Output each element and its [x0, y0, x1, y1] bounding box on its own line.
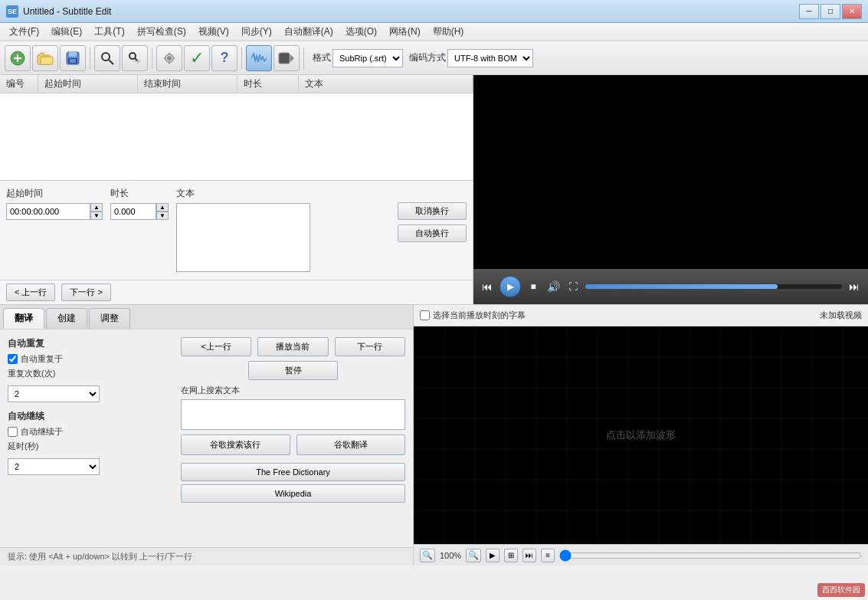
text-label: 文本 — [176, 187, 390, 200]
find-button[interactable] — [94, 45, 120, 71]
waveform-header: 选择当前播放时刻的字幕 未加载视频 — [414, 305, 868, 326]
watermark: 西西软件园 — [817, 583, 865, 597]
maximize-button[interactable]: □ — [821, 4, 840, 19]
fullscreen-button[interactable]: ⛶ — [565, 279, 581, 294]
stop-button[interactable]: ■ — [526, 279, 541, 294]
main-area: 编号 起始时间 结束时间 时长 文本 起始时间 ▲ ▼ 时长 — [0, 75, 868, 305]
forward-button[interactable]: ⏭ — [847, 279, 862, 294]
delay-select[interactable]: 2135 — [8, 458, 100, 475]
duration-up[interactable]: ▲ — [156, 203, 169, 211]
duration-field: 时长 ▲ ▼ — [110, 187, 169, 220]
delay-select-row: 2135 — [8, 458, 169, 475]
app-icon: SE — [6, 5, 18, 18]
subtitle-table[interactable] — [0, 93, 473, 180]
help-button[interactable]: ? — [211, 45, 237, 71]
repeat-count-select[interactable]: 2135 — [8, 385, 100, 402]
play-button[interactable]: ▶ — [500, 276, 521, 297]
wikipedia-button[interactable]: Wikipedia — [181, 484, 405, 503]
menu-video[interactable]: 视频(V) — [192, 23, 235, 41]
menu-autotrans[interactable]: 自动翻译(A) — [278, 23, 339, 41]
waveform-view-button[interactable] — [246, 45, 272, 71]
nav-panel: < 上一行 下一行 > — [0, 280, 473, 304]
settings-button[interactable] — [156, 45, 182, 71]
auto-wrap-button[interactable]: 自动换行 — [398, 225, 467, 242]
svg-point-15 — [167, 56, 172, 61]
svg-rect-4 — [41, 57, 53, 64]
waveform-play-button[interactable]: ▶ — [486, 549, 500, 562]
waveform-select-label: 选择当前播放时刻的字幕 — [433, 310, 526, 321]
delay-field: 延时(秒) — [8, 441, 169, 452]
separator-1 — [90, 48, 90, 69]
zoom-in-button[interactable]: 🔍 — [420, 549, 435, 562]
status-hint: 提示: 使用 <Alt + up/down> 以转到 上一行/下一行 — [8, 551, 192, 562]
menu-help[interactable]: 帮助(H) — [427, 23, 470, 41]
prev-row-button[interactable]: < 上一行 — [6, 284, 55, 301]
start-time-input[interactable] — [6, 203, 90, 220]
format-select[interactable]: SubRip (.srt) — [332, 49, 403, 67]
tabs-row: 翻译 创建 调整 — [0, 305, 413, 330]
waveform-checkbox-row: 选择当前播放时刻的字幕 — [420, 310, 526, 321]
start-time-down[interactable]: ▼ — [90, 211, 103, 220]
open-button[interactable] — [32, 45, 58, 71]
text-input[interactable] — [176, 203, 310, 272]
encoding-label: 编码方式 — [409, 51, 446, 64]
progress-bar[interactable] — [585, 284, 842, 289]
waveform-grid-button[interactable]: ⊞ — [504, 549, 518, 562]
menu-tools[interactable]: 工具(T) — [88, 23, 130, 41]
prev-line-button[interactable]: <上一行 — [181, 337, 251, 356]
waveform-next-button[interactable]: ⏭ — [522, 549, 536, 562]
waveform-screen[interactable]: 点击以添加波形 — [414, 326, 868, 544]
tab-inner: 自动重复 自动重复于 重复次数(次) 2135 自动继续 — [8, 337, 405, 539]
svg-point-9 — [102, 53, 110, 61]
waveform-select-checkbox[interactable] — [420, 310, 430, 320]
find-replace-button[interactable] — [122, 45, 148, 71]
separator-3 — [241, 48, 242, 69]
bottom-section: 翻译 创建 调整 自动重复 自动重复于 重复次数(次) — [0, 305, 868, 566]
window-controls: ─ □ ✕ — [799, 4, 862, 19]
svg-rect-8 — [70, 59, 76, 63]
auto-continue-checkbox[interactable] — [8, 427, 18, 437]
menu-edit[interactable]: 编辑(E) — [45, 23, 88, 41]
pause-button[interactable]: 暂停 — [248, 361, 338, 380]
rewind-button[interactable]: ⏮ — [480, 279, 495, 294]
volume-button[interactable]: 🔊 — [545, 279, 561, 294]
video-view-button[interactable] — [274, 45, 300, 71]
cancel-wrap-button[interactable]: 取消换行 — [398, 202, 467, 220]
next-line-button[interactable]: 下一行 — [335, 337, 405, 356]
menu-file[interactable]: 文件(F) — [3, 23, 45, 41]
tab-translate[interactable]: 翻译 — [3, 308, 44, 329]
google-trans-button[interactable]: 谷歌翻译 — [296, 434, 406, 455]
close-button[interactable]: ✕ — [842, 4, 862, 19]
waveform-options-button[interactable]: ≡ — [541, 549, 555, 562]
menu-spell[interactable]: 拼写检查(S) — [131, 23, 192, 41]
tab-create[interactable]: 创建 — [46, 308, 87, 329]
minimize-button[interactable]: ─ — [799, 4, 819, 19]
menu-network[interactable]: 网络(N) — [383, 23, 427, 41]
menu-options[interactable]: 选项(O) — [339, 23, 383, 41]
search-input[interactable] — [181, 399, 405, 430]
duration-down[interactable]: ▼ — [156, 211, 169, 220]
check-button[interactable]: ✓ — [184, 45, 210, 71]
save-button[interactable] — [60, 45, 86, 71]
zoom-out-button[interactable]: 🔍 — [466, 549, 481, 562]
waveform-slider[interactable] — [559, 550, 862, 561]
free-dict-button[interactable]: The Free Dictionary — [181, 463, 405, 481]
search-label: 在网上搜索文本 — [181, 385, 405, 396]
google-search-button[interactable]: 谷歌搜索该行 — [181, 434, 290, 455]
video-panel: ⏮ ▶ ■ 🔊 ⛶ ⏭ — [473, 75, 868, 304]
tab-adjust[interactable]: 调整 — [89, 308, 130, 329]
menu-sync[interactable]: 同步(Y) — [235, 23, 278, 41]
encoding-select[interactable]: UTF-8 with BOM — [447, 49, 533, 67]
add-button[interactable] — [5, 45, 31, 71]
separator-2 — [152, 48, 152, 69]
svg-rect-6 — [69, 52, 77, 57]
svg-point-11 — [129, 53, 136, 59]
next-row-button[interactable]: 下一行 > — [61, 284, 110, 301]
window-title: Untitled - Subtitle Edit — [23, 6, 799, 17]
translation-panel: 翻译 创建 调整 自动重复 自动重复于 重复次数(次) — [0, 305, 414, 566]
start-time-up[interactable]: ▲ — [90, 203, 103, 211]
auto-repeat-checkbox[interactable] — [8, 354, 18, 364]
menu-bar: 文件(F) 编辑(E) 工具(T) 拼写检查(S) 视频(V) 同步(Y) 自动… — [0, 23, 868, 41]
duration-input[interactable] — [110, 203, 156, 220]
play-current-button[interactable]: 播放当前 — [257, 337, 328, 356]
